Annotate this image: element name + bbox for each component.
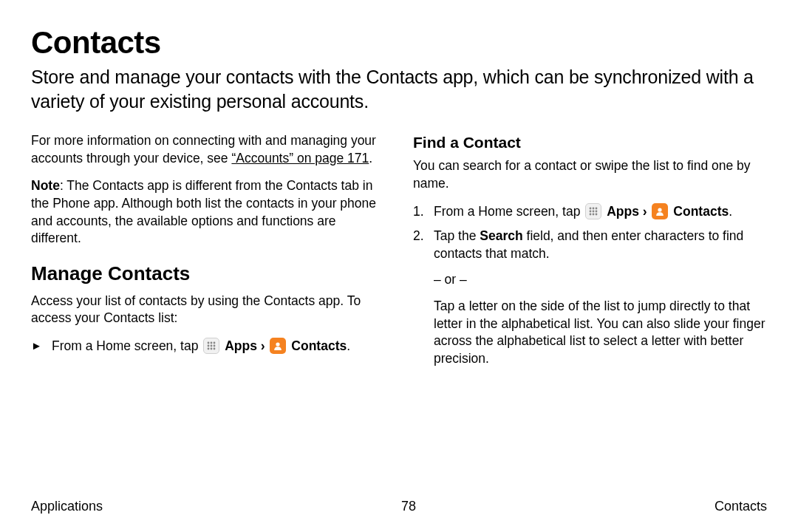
step1-end: . — [729, 204, 732, 219]
contacts-label: Contacts — [291, 338, 347, 353]
svg-point-18 — [596, 214, 598, 216]
left-column: For more information on connecting with … — [31, 132, 385, 375]
note-label: Note — [31, 178, 60, 193]
step-text-a: From a Home screen, tap — [52, 338, 202, 353]
manage-contacts-heading: Manage Contacts — [31, 261, 385, 287]
svg-point-3 — [208, 345, 210, 347]
step-end: . — [347, 338, 350, 353]
info-text-b: . — [369, 151, 372, 166]
content-columns: For more information on connecting with … — [31, 132, 767, 375]
step1-num: 1. — [413, 203, 434, 221]
footer-right: Contacts — [715, 499, 767, 514]
step-arrow-marker: ► — [31, 338, 52, 353]
right-column: Find a Contact You can search for a cont… — [413, 132, 767, 375]
apps-icon — [585, 203, 601, 219]
find-step1-body: From a Home screen, tap Apps › Contacts. — [434, 203, 767, 221]
step2-alt: Tap a letter on the side of the list to … — [434, 298, 767, 368]
apps-label: Apps — [225, 338, 257, 353]
svg-point-9 — [276, 343, 280, 347]
contacts-icon — [652, 203, 668, 219]
svg-point-4 — [211, 345, 213, 347]
or-divider: – or – — [434, 271, 767, 289]
svg-point-17 — [593, 214, 595, 216]
footer-left: Applications — [31, 499, 103, 514]
manage-step-body: From a Home screen, tap Apps › Contacts. — [52, 338, 385, 355]
svg-point-2 — [214, 342, 216, 344]
svg-point-6 — [208, 348, 210, 350]
step1-text-a: From a Home screen, tap — [434, 204, 584, 219]
svg-point-11 — [593, 208, 595, 210]
svg-point-10 — [590, 208, 592, 210]
find-step2-body: Tap the Search field, and then enter cha… — [434, 228, 767, 367]
find-step2-row: 2. Tap the Search field, and then enter … — [413, 228, 767, 367]
manage-step-row: ► From a Home screen, tap Apps › — [31, 338, 385, 355]
find-para: You can search for a contact or swipe th… — [413, 157, 767, 192]
svg-point-0 — [208, 342, 210, 344]
note-para: Note: The Contacts app is different from… — [31, 177, 385, 248]
page-footer: Applications 78 Contacts — [31, 499, 767, 514]
apps-icon — [203, 338, 219, 354]
svg-point-13 — [590, 211, 592, 213]
contacts-label-2: Contacts — [673, 204, 729, 219]
svg-point-8 — [214, 348, 216, 350]
find-contact-heading: Find a Contact — [413, 132, 767, 153]
manage-para: Access your list of contacts by using th… — [31, 293, 385, 327]
footer-page-number: 78 — [401, 499, 416, 514]
note-body: : The Contacts app is different from the… — [31, 178, 376, 245]
sep-2: › — [639, 204, 651, 219]
page-title: Contacts — [31, 25, 767, 61]
find-step1-row: 1. From a Home screen, tap Apps › — [413, 203, 767, 221]
step2-main: Tap the Search field, and then enter cha… — [434, 228, 767, 262]
apps-label-2: Apps — [607, 204, 639, 219]
svg-point-1 — [211, 342, 213, 344]
contacts-icon — [270, 338, 286, 354]
info-para: For more information on connecting with … — [31, 132, 385, 167]
step2-num: 2. — [413, 228, 434, 245]
svg-point-14 — [593, 211, 595, 213]
search-bold: Search — [480, 228, 522, 243]
sep-1: › — [257, 338, 269, 353]
svg-point-16 — [590, 214, 592, 216]
svg-point-19 — [658, 208, 662, 211]
svg-point-15 — [596, 211, 598, 213]
step2-text-a: Tap the — [434, 228, 480, 243]
svg-point-5 — [214, 345, 216, 347]
svg-point-12 — [596, 208, 598, 210]
intro-text: Store and manage your contacts with the … — [31, 65, 767, 113]
svg-point-7 — [211, 348, 213, 350]
accounts-link[interactable]: “Accounts” on page 171 — [231, 151, 369, 166]
